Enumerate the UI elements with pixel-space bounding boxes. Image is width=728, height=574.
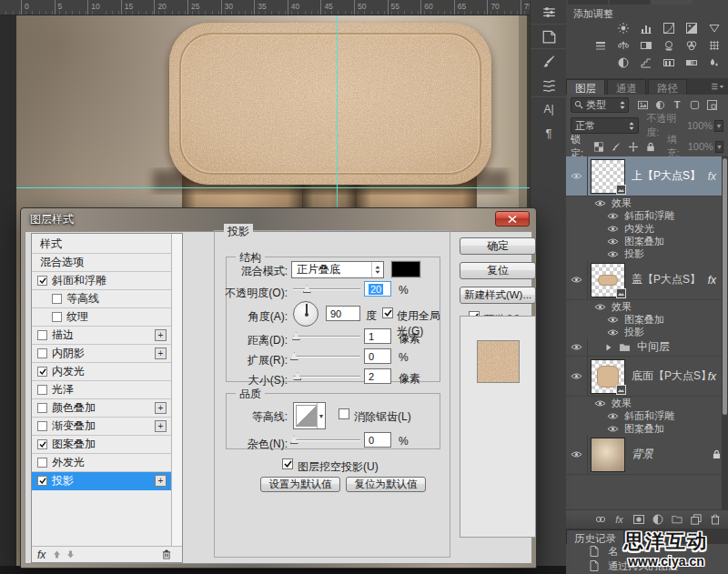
style-list-item[interactable]: 投影+ xyxy=(32,472,171,490)
move-down-icon[interactable] xyxy=(66,550,75,559)
photo-filter-icon[interactable] xyxy=(661,38,677,52)
add-instance-button[interactable]: + xyxy=(155,475,167,487)
tab-paths[interactable]: 路径 xyxy=(648,79,687,95)
shadow-opacity-slider[interactable] xyxy=(293,284,360,295)
color-balance-icon[interactable] xyxy=(615,38,632,52)
fx-badge[interactable]: fx xyxy=(708,370,719,383)
style-list-item[interactable]: 描边+ xyxy=(32,327,171,345)
posterize-icon[interactable] xyxy=(638,55,654,69)
layer-row[interactable]: 底面【P大点S】fx▲ xyxy=(566,357,728,397)
paragraph-panel-icon[interactable]: ¶ xyxy=(531,121,567,145)
eye-visibility-toggle[interactable] xyxy=(566,338,588,356)
global-light-checkbox[interactable] xyxy=(382,307,393,318)
effect-row[interactable]: 图案叠加 xyxy=(566,235,728,247)
channel-mixer-icon[interactable] xyxy=(683,38,700,52)
eye-visibility-toggle[interactable] xyxy=(606,412,619,420)
eye-visibility-toggle[interactable] xyxy=(606,212,619,220)
layer-thumbnail[interactable] xyxy=(591,263,625,297)
eye-visibility-toggle[interactable] xyxy=(566,260,588,299)
properties-panel-icon[interactable] xyxy=(531,0,567,24)
layer-row[interactable]: 上【P大点S】fx▲ xyxy=(566,156,728,196)
effect-row[interactable]: 图案叠加 xyxy=(566,422,728,435)
new-layer-icon[interactable] xyxy=(686,512,705,528)
add-instance-button[interactable]: + xyxy=(155,420,167,432)
shadow-opacity-field[interactable]: 20 xyxy=(364,281,391,297)
style-checkbox[interactable] xyxy=(37,439,47,449)
layer-style-icon[interactable]: fx xyxy=(610,512,629,528)
style-list-item[interactable]: 外发光 xyxy=(32,454,171,472)
fx-badge[interactable]: fx xyxy=(708,170,719,183)
filter-smart-objects-icon[interactable] xyxy=(704,97,719,112)
close-button[interactable] xyxy=(495,211,530,227)
black-white-icon[interactable] xyxy=(638,38,654,52)
effect-label[interactable]: 图案叠加 xyxy=(624,422,664,436)
effects-header-row[interactable]: 效果 xyxy=(566,300,728,313)
effects-label[interactable]: 效果 xyxy=(612,300,632,314)
effect-row[interactable]: 投影 xyxy=(566,326,728,338)
new-style-button[interactable]: 新建样式(W)... xyxy=(460,287,536,304)
new-adjustment-icon[interactable] xyxy=(648,512,667,528)
filter-adjustment-layers-icon[interactable] xyxy=(652,97,667,112)
eye-visibility-toggle[interactable] xyxy=(566,435,588,474)
levels-icon[interactable] xyxy=(638,21,654,35)
vibrance-icon[interactable] xyxy=(706,21,723,35)
filter-type-layers-icon[interactable]: T xyxy=(670,97,684,112)
style-list-scrollbar[interactable] xyxy=(171,234,182,546)
effect-label[interactable]: 投影 xyxy=(624,326,644,339)
selective-color-icon[interactable] xyxy=(706,55,723,69)
layer-name[interactable]: 背景 xyxy=(632,447,653,462)
effects-header-row[interactable]: 效果 xyxy=(566,397,728,409)
effect-label[interactable]: 图案叠加 xyxy=(624,313,664,327)
panel-tab-stub[interactable] xyxy=(568,0,608,5)
style-checkbox[interactable] xyxy=(37,276,47,286)
layer-thumbnail[interactable] xyxy=(591,359,625,394)
gradient-map-icon[interactable] xyxy=(683,55,700,69)
color-lookup-icon[interactable] xyxy=(706,38,723,52)
exposure-icon[interactable] xyxy=(683,21,700,35)
noise-field[interactable]: 0 xyxy=(364,432,391,448)
style-list-item[interactable]: 内阴影+ xyxy=(32,345,171,363)
style-list-item[interactable]: 颜色叠加+ xyxy=(32,399,171,418)
reset-button[interactable]: 复位 xyxy=(460,262,536,279)
style-checkbox[interactable] xyxy=(37,476,47,486)
layer-group-row[interactable]: 中间层 xyxy=(566,338,728,357)
style-list-item[interactable]: 斜面和浮雕 xyxy=(32,272,171,290)
effect-label[interactable]: 斜面和浮雕 xyxy=(624,409,674,423)
contour-picker[interactable]: ▼ xyxy=(293,402,326,429)
delete-style-icon[interactable] xyxy=(162,549,171,559)
group-name[interactable]: 中间层 xyxy=(637,339,670,355)
eye-visibility-toggle[interactable] xyxy=(566,357,588,396)
fx-badge[interactable]: fx xyxy=(708,274,719,287)
shadow-color-swatch[interactable] xyxy=(391,261,420,277)
angle-dial[interactable] xyxy=(293,301,318,327)
filter-shape-layers-icon[interactable] xyxy=(687,97,702,112)
layer-thumbnail[interactable] xyxy=(591,159,625,194)
brush-presets-panel-icon[interactable] xyxy=(531,73,567,96)
tab-layers[interactable]: 图层 xyxy=(566,79,605,95)
effect-label[interactable]: 内发光 xyxy=(624,222,654,236)
effect-row[interactable]: 投影 xyxy=(566,247,728,260)
effect-label[interactable]: 投影 xyxy=(624,247,644,261)
effect-row[interactable]: 图案叠加 xyxy=(566,313,728,326)
eye-visibility-toggle[interactable] xyxy=(606,328,619,337)
layer-name[interactable]: 上【P大点S】 xyxy=(632,168,701,184)
layer-name[interactable]: 底面【P大点S】 xyxy=(632,368,708,384)
brightness-contrast-icon[interactable] xyxy=(615,21,632,35)
character-panel-icon[interactable]: A| xyxy=(531,97,567,121)
move-up-icon[interactable] xyxy=(53,550,61,559)
layer-row[interactable]: 盖【P大点S】fx▲ xyxy=(566,260,728,300)
tab-channels[interactable]: 通道 xyxy=(607,79,646,95)
style-list-item[interactable]: 纹理 xyxy=(32,308,171,327)
effect-label[interactable]: 斜面和浮雕 xyxy=(624,209,674,223)
opacity-dropdown-icon[interactable]: ▼ xyxy=(714,120,723,132)
style-checkbox[interactable] xyxy=(37,367,47,377)
style-list-item[interactable]: 内发光 xyxy=(32,363,171,381)
style-checkbox[interactable] xyxy=(37,403,47,413)
history-item[interactable]: 通过拷贝的图层 xyxy=(566,559,728,573)
threshold-icon[interactable] xyxy=(661,55,677,69)
spread-field[interactable]: 0 xyxy=(364,348,391,364)
style-list-item[interactable]: 样式 xyxy=(32,236,171,254)
noise-slider[interactable] xyxy=(293,435,360,446)
style-list-item[interactable]: 图案叠加 xyxy=(32,436,171,454)
size-slider[interactable] xyxy=(293,371,360,382)
